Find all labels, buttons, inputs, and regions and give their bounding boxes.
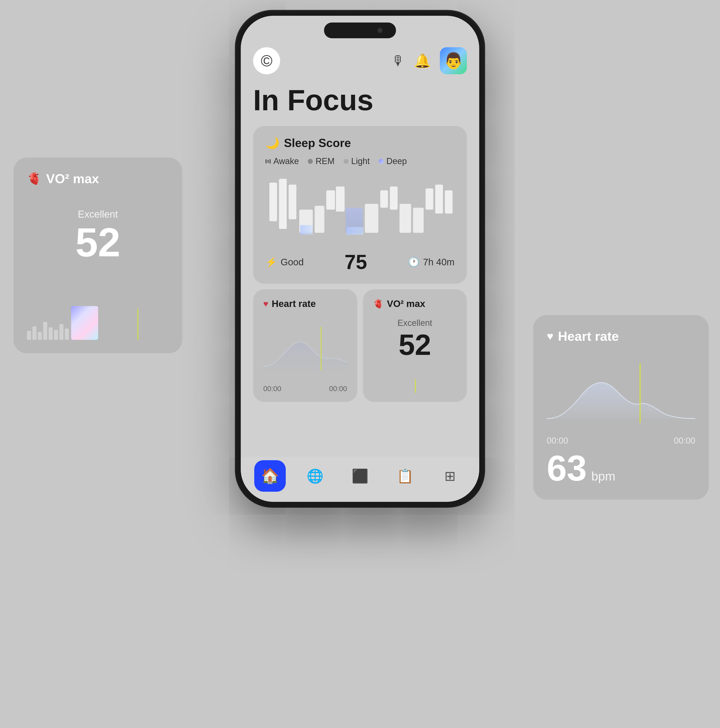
nav-home[interactable]: 🏠 (254, 460, 286, 492)
camera-dot (378, 28, 382, 33)
page-title: In Focus (253, 83, 467, 117)
top-icons: 🎙 🔔 👨 (391, 47, 467, 74)
sleep-header: 🌙 Sleep Score (266, 136, 454, 150)
svg-rect-2 (279, 179, 287, 229)
svg-rect-15 (435, 185, 443, 214)
layers-icon: 📋 (397, 468, 414, 484)
vo2-bar (49, 327, 53, 340)
phone-container: © 🎙 🔔 👨 In Focus 🌙 (236, 11, 484, 506)
vo2-card-left: 🫀 VO² max Excellent 52 (14, 158, 182, 353)
vo2-card-title: VO² max (46, 171, 99, 186)
legend-line (269, 159, 271, 164)
user-avatar[interactable]: 👨 (440, 47, 467, 74)
svg-rect-9 (365, 204, 378, 233)
hr-mini-header: ♥ Heart rate (263, 298, 347, 309)
nav-stack[interactable]: ⬛ (344, 460, 376, 492)
svg-rect-6 (326, 190, 335, 210)
hr-mini-svg (263, 314, 347, 384)
legend-awake: Awake (266, 156, 299, 166)
hr-mini-times: 00:00 00:00 (263, 385, 347, 393)
vo2-bar (54, 330, 58, 340)
hr-chart-svg (547, 359, 695, 427)
nav-bar: 🏠 🌐 ⬛ 📋 ⊞ (241, 457, 479, 502)
vo2-mini-value: 52 (373, 330, 457, 359)
hr-mini-chart (263, 314, 347, 384)
sleep-chart-svg (266, 172, 454, 244)
svg-rect-14 (425, 188, 433, 210)
clock-icon: 🕐 (408, 257, 420, 268)
heart-rate-mini-card: ♥ Heart rate (253, 289, 357, 402)
vo2-mini-marker (415, 379, 416, 393)
sleep-title: Sleep Score (284, 136, 351, 150)
bottom-cards-row: ♥ Heart rate (253, 289, 467, 402)
vo2-bar (65, 329, 69, 340)
legend-line (268, 160, 269, 163)
hr-card-right: ♥ Heart rate 00:00 00:00 63 (533, 315, 709, 500)
nav-layers[interactable]: 📋 (389, 460, 421, 492)
light-label: Light (351, 156, 370, 166)
awake-label: Awake (274, 156, 299, 166)
sleep-chart (266, 172, 454, 244)
svg-rect-11 (390, 187, 397, 210)
svg-rect-7 (336, 187, 345, 211)
light-dot (344, 159, 349, 164)
vo2-mini-icon: 🫀 (373, 299, 384, 309)
hr-mini-title: Heart rate (272, 298, 316, 309)
hr-bottom: 63 bpm (547, 450, 695, 486)
svg-rect-18 (347, 227, 363, 235)
svg-rect-16 (445, 190, 452, 214)
legend-line (266, 159, 267, 164)
sleep-quality: ⚡ Good (266, 257, 304, 268)
vo2-bar (27, 331, 31, 340)
logo-button[interactable]: © (253, 47, 280, 74)
lightning-icon: ⚡ (266, 257, 277, 268)
legend-deep: Deep (379, 156, 407, 166)
mic-icon[interactable]: 🎙 (391, 53, 405, 69)
grid-icon: ⊞ (444, 468, 456, 484)
sleep-legend: Awake REM Light Deep (266, 156, 454, 166)
rem-label: REM (315, 156, 334, 166)
vo2-bar (43, 322, 47, 340)
sleep-footer: ⚡ Good 75 🕐 7h 40m (266, 251, 454, 274)
vo2-bar (32, 326, 37, 340)
hr-time-start: 00:00 (547, 436, 568, 445)
vo2-subtitle: Excellent (27, 209, 169, 220)
vo2-bar (60, 324, 63, 340)
sleep-duration-label: 7h 40m (423, 257, 454, 268)
heart-icon: ♥ (547, 330, 553, 343)
awake-icon (266, 159, 271, 164)
moon-icon: 🌙 (266, 136, 280, 150)
nav-grid[interactable]: ⊞ (434, 460, 466, 492)
hr-card-title: Heart rate (558, 329, 619, 344)
dynamic-island (324, 23, 396, 38)
bell-icon[interactable]: 🔔 (414, 53, 431, 69)
home-icon: 🏠 (261, 467, 279, 485)
vo2-mini-content: Excellent 52 (373, 318, 457, 359)
vo2-mini-header: 🫀 VO² max (373, 298, 457, 309)
svg-rect-12 (400, 204, 411, 233)
vo2-mini-bar (373, 379, 457, 393)
stack-icon: ⬛ (352, 468, 368, 484)
sleep-score-card: 🌙 Sleep Score Awake (253, 126, 467, 284)
nav-globe[interactable]: 🌐 (299, 460, 331, 492)
vo2-chart (27, 295, 169, 340)
heart-shield-icon: 🫀 (27, 172, 41, 185)
vo2-value: 52 (27, 222, 169, 263)
sleep-quality-label: Good (281, 257, 304, 268)
legend-light: Light (344, 156, 370, 166)
globe-icon: 🌐 (307, 468, 324, 484)
sleep-duration: 🕐 7h 40m (408, 257, 454, 268)
vo2-bar (38, 332, 42, 340)
legend-rem: REM (308, 156, 334, 166)
deep-dot (379, 159, 384, 164)
screen-content: © 🎙 🔔 👨 In Focus 🌙 (241, 16, 479, 502)
deep-label: Deep (386, 156, 407, 166)
logo-icon: © (261, 52, 272, 70)
top-bar: © 🎙 🔔 👨 (253, 47, 467, 74)
hr-mini-start: 00:00 (263, 385, 281, 393)
svg-rect-17 (300, 225, 313, 235)
phone-frame: © 🎙 🔔 👨 In Focus 🌙 (236, 11, 484, 506)
hr-chart (547, 359, 695, 427)
svg-rect-13 (413, 208, 424, 233)
svg-rect-3 (289, 185, 296, 219)
